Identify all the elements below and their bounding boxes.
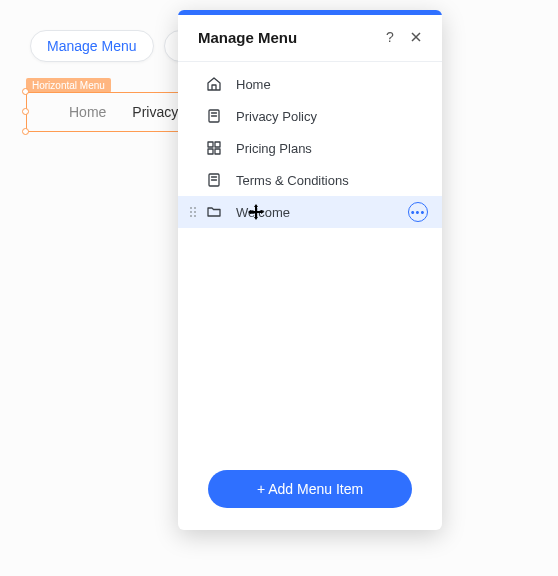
menu-preview-item: Privacy — [132, 104, 178, 120]
menu-item-row[interactable]: Pricing Plans••• — [178, 132, 442, 164]
svg-point-35 — [194, 207, 196, 209]
svg-rect-24 — [215, 149, 220, 154]
menu-item-label: Privacy Policy — [236, 109, 317, 124]
svg-rect-22 — [215, 142, 220, 147]
svg-rect-21 — [208, 142, 213, 147]
panel-title: Manage Menu — [198, 29, 374, 46]
panel-footer: + Add Menu Item — [178, 456, 442, 530]
menu-item-row[interactable]: Welcome••• — [178, 196, 442, 228]
menu-preview-item: Home — [69, 104, 106, 120]
selection-handle[interactable] — [22, 88, 29, 95]
menu-item-label: Pricing Plans — [236, 141, 312, 156]
menu-item-row[interactable]: Home••• — [178, 68, 442, 100]
menu-item-label: Welcome — [236, 205, 290, 220]
help-icon[interactable]: ? — [380, 27, 400, 47]
grid-icon — [204, 138, 224, 158]
selection-label: Horizontal Menu — [26, 78, 111, 93]
drag-handle-icon[interactable] — [188, 206, 198, 218]
item-actions-button[interactable]: ••• — [408, 202, 428, 222]
page-icon — [204, 106, 224, 126]
manage-menu-pill[interactable]: Manage Menu — [30, 30, 154, 62]
close-icon[interactable] — [406, 27, 426, 47]
menu-item-label: Home — [236, 77, 271, 92]
svg-point-34 — [190, 207, 192, 209]
folder-icon — [204, 202, 224, 222]
add-menu-item-button[interactable]: + Add Menu Item — [208, 470, 412, 508]
page-icon — [204, 170, 224, 190]
selection-handle[interactable] — [22, 108, 29, 115]
svg-point-36 — [190, 211, 192, 213]
menu-item-row[interactable]: Terms & Conditions••• — [178, 164, 442, 196]
svg-point-37 — [194, 211, 196, 213]
menu-item-label: Terms & Conditions — [236, 173, 349, 188]
manage-menu-panel: Manage Menu ? Home•••Privacy Policy•••Pr… — [178, 10, 442, 530]
menu-items-list: Home•••Privacy Policy•••Pricing Plans•••… — [178, 62, 442, 456]
panel-header: Manage Menu ? — [178, 15, 442, 62]
selection-handle[interactable] — [22, 128, 29, 135]
svg-point-38 — [190, 215, 192, 217]
home-icon — [204, 74, 224, 94]
svg-point-39 — [194, 215, 196, 217]
menu-item-row[interactable]: Privacy Policy••• — [178, 100, 442, 132]
svg-rect-23 — [208, 149, 213, 154]
